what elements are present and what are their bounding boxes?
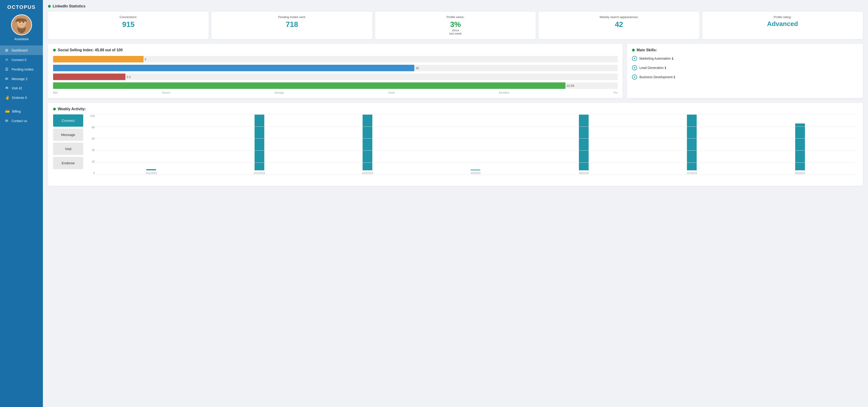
activity-tab-visit[interactable]: Visit bbox=[53, 143, 83, 155]
bar-row-4: 22.69 bbox=[53, 82, 618, 89]
sidebar-item-pending-invites[interactable]: ☰ Pending invites bbox=[0, 64, 43, 74]
bar-row-3: 3.2 bbox=[53, 74, 618, 80]
y-40: 40 bbox=[86, 148, 95, 152]
bar-fill-1 bbox=[53, 56, 144, 62]
sidebar-username: Anastasia bbox=[14, 37, 29, 41]
skill-name-2: Lead Generation 1 bbox=[640, 66, 666, 69]
contact-icon: ✉ bbox=[5, 119, 9, 123]
grid-line-80 bbox=[96, 126, 856, 127]
skill-add-1[interactable]: + bbox=[632, 56, 637, 61]
bar-row-2: 16 bbox=[53, 65, 618, 71]
ssi-header: Social Selling Index: 45.89 out of 100 bbox=[53, 48, 618, 52]
avatar-image bbox=[12, 15, 31, 35]
skills-list: + Marketing Automation 1 + Lead Generati… bbox=[632, 56, 858, 80]
stat-pending-invites: Pending invites sent: 718 bbox=[211, 11, 372, 39]
weekly-search-label: Weekly search appearances: bbox=[543, 15, 695, 19]
stat-connections: Connections: 915 bbox=[48, 11, 209, 39]
grid-line-40 bbox=[96, 150, 856, 151]
activity-layout: Connect Message Visit Endorse 0 20 40 60… bbox=[53, 114, 858, 182]
pending-icon: ☰ bbox=[5, 67, 9, 71]
grid-line-60 bbox=[96, 138, 856, 139]
sidebar-item-endorse[interactable]: ✌ Endorse 0 bbox=[0, 93, 43, 102]
bar-fill-2 bbox=[53, 65, 414, 71]
sidebar-item-label: Contact us bbox=[11, 119, 27, 123]
profile-rating-label: Profile rating: bbox=[706, 15, 859, 19]
activity-tab-message[interactable]: Message bbox=[53, 128, 83, 141]
bar-track-2: 16 bbox=[53, 65, 618, 71]
linkedin-stats-header: LinkedIn Statistics bbox=[48, 4, 863, 8]
weekly-chart-area: 0 20 40 60 80 100 bbox=[83, 114, 858, 182]
axis-decent: Decent bbox=[162, 91, 170, 94]
skill-item-1: + Marketing Automation 1 bbox=[632, 56, 858, 61]
activity-tab-connect[interactable]: Connect bbox=[53, 114, 83, 127]
linkedin-stats-title: LinkedIn Statistics bbox=[53, 4, 85, 8]
y-0: 0 bbox=[86, 172, 95, 175]
bar-track-3: 3.2 bbox=[53, 74, 618, 80]
y-20: 20 bbox=[86, 160, 95, 163]
bar-value-1: 4 bbox=[145, 57, 146, 61]
skill-count-1: 1 bbox=[672, 57, 674, 60]
since-text: sincelast week bbox=[379, 29, 532, 35]
stats-row: Connections: 915 Pending invites sent: 7… bbox=[48, 11, 863, 39]
message-icon: ✉ bbox=[5, 77, 9, 81]
app-logo: OCTOPUS bbox=[7, 4, 35, 10]
activity-title: Weekly Activity: bbox=[58, 107, 86, 111]
sidebar-item-billing[interactable]: 💳 Billing bbox=[0, 107, 43, 116]
axis-pro: Pro bbox=[614, 91, 618, 94]
y-80: 80 bbox=[86, 126, 95, 129]
activity-tab-endorse[interactable]: Endorse bbox=[53, 157, 83, 169]
skill-name-1: Marketing Automation 1 bbox=[640, 57, 674, 60]
grid-lines bbox=[96, 114, 856, 175]
axis-average: Average bbox=[275, 91, 284, 94]
skills-header: Main Skills: bbox=[632, 48, 858, 52]
activity-dot bbox=[53, 108, 56, 111]
profile-views-label: Profile views: bbox=[379, 15, 532, 19]
svg-point-4 bbox=[19, 22, 21, 23]
pending-invites-value: 718 bbox=[216, 20, 368, 29]
bar-fill-3 bbox=[53, 74, 125, 80]
sidebar-item-label: Endorse 0 bbox=[12, 96, 27, 99]
connections-value: 915 bbox=[52, 20, 205, 29]
y-axis: 0 20 40 60 80 100 bbox=[86, 114, 95, 175]
weekly-activity-card: Weekly Activity: Connect Message Visit E… bbox=[48, 103, 863, 186]
header-dot bbox=[48, 5, 51, 8]
activity-tabs: Connect Message Visit Endorse bbox=[53, 114, 83, 182]
profile-views-value: 3% sincelast week bbox=[379, 20, 532, 35]
ssi-skills-row: Social Selling Index: 45.89 out of 100 4… bbox=[48, 44, 863, 98]
sidebar-item-connect[interactable]: ♾ Connect 0 bbox=[0, 55, 43, 64]
ssi-card: Social Selling Index: 45.89 out of 100 4… bbox=[48, 44, 623, 98]
skill-add-3[interactable]: + bbox=[632, 75, 637, 80]
avatar bbox=[11, 14, 32, 35]
svg-point-5 bbox=[23, 22, 24, 23]
skill-add-2[interactable]: + bbox=[632, 65, 637, 70]
skill-name-3: Business Development 1 bbox=[640, 75, 675, 79]
grid-line-0 bbox=[96, 174, 856, 175]
sidebar-item-visit[interactable]: 👁 Visit 42 bbox=[0, 84, 43, 93]
skill-count-3: 1 bbox=[674, 75, 675, 79]
skills-title: Main Skills: bbox=[637, 48, 657, 52]
pending-invites-label: Pending invites sent: bbox=[216, 15, 368, 19]
sidebar-item-dashboard[interactable]: ⊞ Dashboard bbox=[0, 46, 43, 55]
sidebar-item-label: Message 2 bbox=[11, 77, 27, 81]
skill-item-2: + Lead Generation 1 bbox=[632, 65, 858, 70]
billing-icon: 💳 bbox=[5, 109, 10, 114]
ssi-dot bbox=[53, 49, 56, 52]
skills-card: Main Skills: + Marketing Automation 1 + … bbox=[627, 44, 863, 98]
sidebar-item-message[interactable]: ✉ Message 2 bbox=[0, 74, 43, 84]
axis-bad: Bad bbox=[53, 91, 58, 94]
grid-area: 3/12/20193/11/20193/10/20193/9/20193/8/2… bbox=[96, 114, 856, 175]
bar-value-4: 22.69 bbox=[567, 84, 574, 87]
y-60: 60 bbox=[86, 137, 95, 140]
bar-value-2: 16 bbox=[415, 66, 419, 69]
skill-item-3: + Business Development 1 bbox=[632, 75, 858, 80]
sidebar-item-label: Connect 0 bbox=[11, 58, 26, 62]
stat-weekly-search: Weekly search appearances: 42 bbox=[538, 11, 699, 39]
sidebar-item-contact-us[interactable]: ✉ Contact us bbox=[0, 116, 43, 125]
stat-profile-views: Profile views: 3% sincelast week bbox=[375, 11, 536, 39]
sidebar-nav: ⊞ Dashboard ♾ Connect 0 ☰ Pending invite… bbox=[0, 46, 43, 125]
visit-icon: 👁 bbox=[5, 86, 9, 90]
sidebar: OCTOPUS Anastasia ⊞ Dashboard bbox=[0, 0, 43, 407]
weekly-activity-header: Weekly Activity: bbox=[53, 107, 858, 111]
y-100: 100 bbox=[86, 114, 95, 118]
dashboard-icon: ⊞ bbox=[5, 48, 9, 53]
